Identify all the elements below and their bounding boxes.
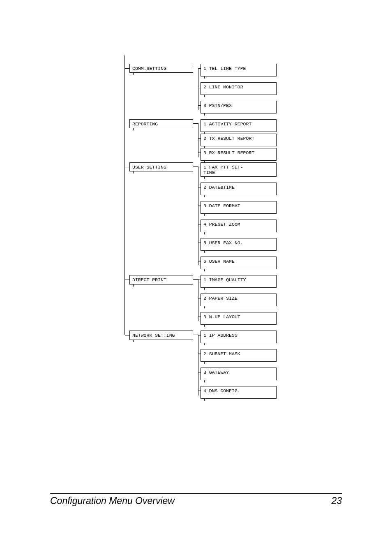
connector-line [193, 279, 198, 280]
menu-item: 3 PSTN/PBX [201, 101, 277, 113]
menu-item: 2 DATE&TIME [201, 183, 277, 195]
page-footer: Configuration Menu Overview 23 [50, 493, 342, 506]
menu-item: 2 SUBNET MASK [201, 349, 277, 362]
connector-line [193, 166, 198, 167]
menu-group: DIRECT PRINT 1 IMAGE QUALITY 2 PAPER SIZ… [121, 275, 286, 331]
menu-item: 3 DATE FORMAT [201, 201, 277, 214]
menu-parent: REPORTING [129, 119, 193, 128]
menu-item: 4 PRESET ZOOM [201, 220, 277, 232]
page: COMM.SETTING 1 TEL LINE TYPE 2 LINE MONI… [0, 0, 392, 555]
menu-item: 1 FAX PTT SET- TING [201, 162, 277, 177]
menu-item: 1 IP ADDRESS [201, 331, 277, 343]
menu-item: 1 IMAGE QUALITY [201, 275, 277, 288]
page-number: 23 [331, 495, 342, 506]
menu-parent: USER SETTING [129, 162, 193, 171]
menu-item: 2 TX RESULT REPORT [201, 134, 277, 146]
child-trunk-line [198, 68, 198, 110]
footer-title: Configuration Menu Overview [50, 495, 175, 506]
child-trunk-line [198, 123, 198, 157]
menu-item: 5 USER FAX NO. [201, 238, 277, 251]
menu-parent: DIRECT PRINT [129, 275, 193, 284]
menu-item: 1 TEL LINE TYPE [201, 64, 277, 76]
menu-item: 2 LINE MONITOR [201, 82, 277, 95]
connector-line [193, 123, 198, 124]
menu-item: 1 ACTIVITY REPORT [201, 119, 277, 132]
menu-item: 4 DNS CONFIG. [201, 386, 277, 399]
connector-line [193, 335, 198, 335]
menu-item: 2 PAPER SIZE [201, 294, 277, 306]
child-trunk-line [198, 279, 198, 321]
menu-item: 3 RX RESULT REPORT [201, 148, 277, 161]
menu-group: USER SETTING 1 FAX PTT SET- TING 2 DATE&… [121, 162, 286, 275]
menu-parent: NETWORK SETTING [129, 331, 193, 340]
menu-parent: COMM.SETTING [129, 64, 193, 73]
connector-line [193, 68, 198, 68]
child-trunk-line [198, 166, 198, 265]
menu-group: NETWORK SETTING 1 IP ADDRESS 2 SUBNET MA… [121, 331, 286, 405]
child-trunk-line [198, 335, 198, 395]
menu-item: 3 N-UP LAYOUT [201, 312, 277, 325]
menu-item: 6 USER NAME [201, 257, 277, 269]
menu-tree-diagram: COMM.SETTING 1 TEL LINE TYPE 2 LINE MONI… [121, 64, 286, 405]
menu-group: REPORTING 1 ACTIVITY REPORT 2 TX RESULT … [121, 119, 286, 162]
menu-group: COMM.SETTING 1 TEL LINE TYPE 2 LINE MONI… [121, 64, 286, 119]
menu-item: 3 GATEWAY [201, 368, 277, 380]
